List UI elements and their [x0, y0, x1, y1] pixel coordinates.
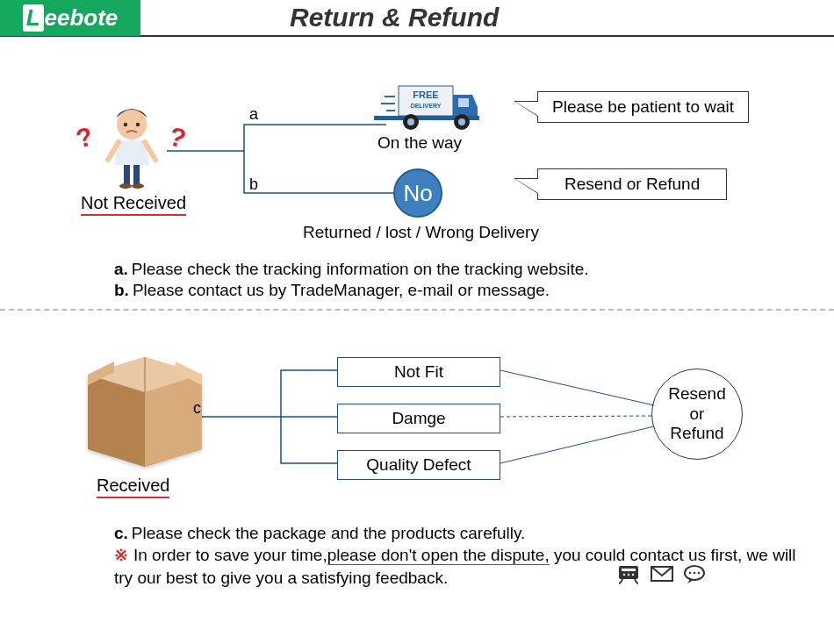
- no-badge: No: [393, 168, 442, 218]
- branch-b-key: b: [249, 175, 258, 194]
- svg-point-30: [632, 574, 634, 576]
- page-title: Return & Refund: [290, 3, 499, 32]
- svg-rect-26: [619, 566, 638, 579]
- warn-prefix: In order to save your time,: [133, 546, 327, 564]
- speech-bubble-a: Please be patient to wait: [537, 91, 749, 123]
- svg-line-1: [500, 416, 651, 417]
- instruction-c-text: Please check the package and the product…: [132, 524, 526, 542]
- instruction-a: a.Please check the tracking information …: [114, 260, 589, 279]
- svg-point-3: [117, 110, 147, 140]
- svg-line-2: [500, 426, 654, 463]
- warn-underline: please don't open the dispute,: [327, 546, 550, 565]
- branch-b-label: Returned / lost / Wrong Delivery: [303, 223, 539, 242]
- svg-point-8: [119, 183, 132, 189]
- svg-line-0: [500, 370, 654, 405]
- confused-person-icon: ? ?: [101, 105, 162, 192]
- question-mark-icon: ?: [73, 121, 97, 154]
- svg-point-9: [132, 183, 144, 189]
- svg-rect-7: [133, 165, 140, 184]
- outcome-text: Resend or Refund: [668, 384, 726, 444]
- svg-point-28: [623, 574, 625, 576]
- chat-icon: [683, 563, 708, 588]
- instruction-a-text: Please check the tracking information on…: [132, 260, 589, 278]
- option-quality-defect: Quality Defect: [337, 450, 500, 480]
- svg-text:FREE: FREE: [413, 89, 438, 100]
- header: Leebote Return & Refund: [0, 0, 834, 37]
- svg-point-34: [694, 572, 696, 575]
- option-damage: Damge: [337, 404, 500, 433]
- instruction-b: b.Please contact us by TradeManager, e-m…: [114, 281, 550, 300]
- brand-logo: Leebote: [0, 0, 140, 36]
- question-mark-icon: ?: [166, 121, 190, 154]
- instruction-b-key: b.: [114, 281, 129, 299]
- instruction-c: c.Please check the package and the produ…: [114, 524, 525, 543]
- svg-point-16: [407, 118, 414, 125]
- instruction-a-key: a.: [114, 260, 128, 278]
- speech-bubble-b: Resend or Refund: [537, 168, 727, 200]
- status-not-received: Not Received: [81, 193, 186, 216]
- outcome-circle: Resend or Refund: [651, 369, 743, 460]
- svg-point-4: [124, 123, 127, 126]
- svg-point-35: [698, 572, 701, 575]
- svg-text:DELIVERY: DELIVERY: [411, 103, 442, 109]
- section-divider: [0, 309, 834, 311]
- package-box-icon: [79, 335, 211, 470]
- svg-point-18: [458, 118, 465, 125]
- svg-rect-13: [458, 98, 469, 107]
- svg-rect-6: [124, 165, 130, 184]
- branch-c-key: c: [193, 399, 201, 418]
- instruction-b-text: Please contact us by TradeManager, e-mai…: [133, 281, 550, 299]
- contact-icons: [616, 563, 708, 588]
- svg-point-5: [136, 123, 140, 126]
- star-icon: ※: [114, 546, 128, 564]
- mail-icon: [650, 563, 674, 588]
- status-received: Received: [97, 476, 169, 498]
- option-not-fit: Not Fit: [337, 357, 500, 387]
- diagram-canvas: ? ? Not Received a b FREE DELIVERY: [0, 37, 834, 642]
- svg-rect-27: [622, 569, 636, 571]
- delivery-truck-icon: FREE DELIVERY: [374, 79, 479, 135]
- svg-point-33: [689, 572, 692, 575]
- branch-a-label: On the way: [377, 133, 462, 153]
- instruction-c-key: c.: [114, 524, 128, 542]
- phone-icon: [616, 563, 641, 588]
- svg-point-29: [628, 574, 629, 576]
- branch-a-key: a: [249, 105, 258, 124]
- brand-text: eebote: [45, 4, 119, 32]
